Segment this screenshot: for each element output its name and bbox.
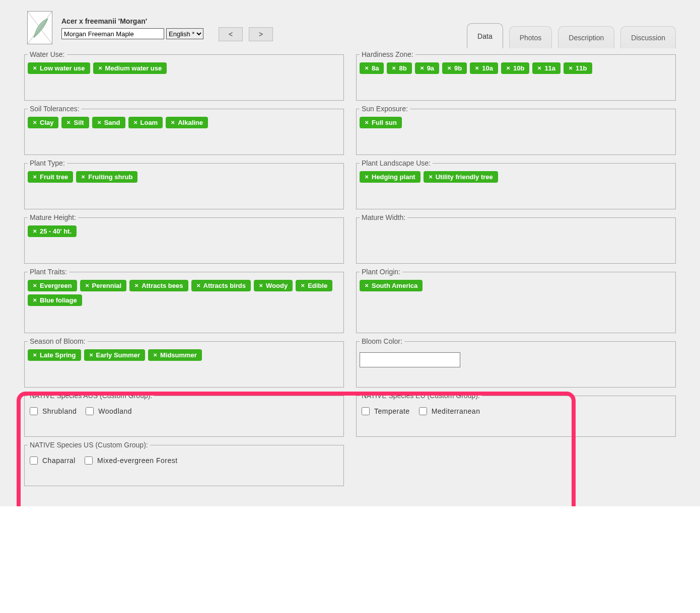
tag-item[interactable]: ✕Blue foliage <box>28 294 82 306</box>
nav-arrows: < > <box>219 27 273 41</box>
group-water-use: Water Use: ✕Low water use✕Medium water u… <box>24 50 344 101</box>
remove-icon[interactable]: ✕ <box>365 120 369 125</box>
group-mature-height: Mature Height: ✕25 - 40' ht. <box>24 213 344 264</box>
remove-icon[interactable]: ✕ <box>33 283 37 288</box>
tag-item[interactable]: ✕Early Summer <box>84 349 145 361</box>
remove-icon[interactable]: ✕ <box>33 352 37 358</box>
tag-item[interactable]: ✕Attracts birds <box>191 280 251 291</box>
checkbox-input[interactable] <box>30 407 38 415</box>
remove-icon[interactable]: ✕ <box>392 65 396 71</box>
tag-item[interactable]: ✕Perennial <box>80 280 127 291</box>
tag-item[interactable]: ✕Medium water use <box>93 62 167 74</box>
common-name-input[interactable] <box>61 28 164 39</box>
checkbox-item[interactable]: Woodland <box>84 406 132 417</box>
tag-label: Loam <box>141 119 158 126</box>
checkbox-item[interactable]: Temperate <box>360 406 410 417</box>
checkbox-label: Shrubland <box>42 407 77 415</box>
remove-icon[interactable]: ✕ <box>33 297 37 303</box>
remove-icon[interactable]: ✕ <box>365 174 369 180</box>
tab-description[interactable]: Description <box>558 26 614 48</box>
checkbox-input[interactable] <box>30 456 38 465</box>
remove-icon[interactable]: ✕ <box>259 283 263 288</box>
tag-item[interactable]: ✕9b <box>442 62 467 74</box>
checkbox-input[interactable] <box>86 407 94 415</box>
tag-item[interactable]: ✕Midsummer <box>148 349 202 361</box>
tag-item[interactable]: ✕Woody <box>254 280 293 291</box>
remove-icon[interactable]: ✕ <box>33 65 37 71</box>
group-plant-origin: Plant Origin: ✕South America <box>356 268 676 333</box>
tag-item[interactable]: ✕Attracts bees <box>129 280 188 291</box>
tag-item[interactable]: ✕Silt <box>61 117 89 128</box>
tag-item[interactable]: ✕11b <box>564 62 592 74</box>
remove-icon[interactable]: ✕ <box>134 283 138 288</box>
tag-item[interactable]: ✕9a <box>415 62 439 74</box>
remove-icon[interactable]: ✕ <box>66 120 71 125</box>
tab-data[interactable]: Data <box>467 23 503 48</box>
tag-label: Evergreen <box>40 282 72 289</box>
remove-icon[interactable]: ✕ <box>97 120 101 125</box>
tag-item[interactable]: ✕8b <box>387 62 411 74</box>
group-season-of-bloom: Season of Bloom: ✕Late Spring✕Early Summ… <box>24 337 344 388</box>
prev-button[interactable]: < <box>219 27 243 41</box>
header-controls: English * <box>61 28 203 39</box>
checkbox-item[interactable]: Shrubland <box>28 406 77 417</box>
tag-item[interactable]: ✕10a <box>470 62 498 74</box>
tag-item[interactable]: ✕Fruit tree <box>28 171 73 183</box>
remove-icon[interactable]: ✕ <box>420 65 424 71</box>
remove-icon[interactable]: ✕ <box>85 283 89 288</box>
remove-icon[interactable]: ✕ <box>196 283 200 288</box>
remove-icon[interactable]: ✕ <box>569 65 573 71</box>
remove-icon[interactable]: ✕ <box>301 283 305 288</box>
tag-label: Midsummer <box>160 351 197 359</box>
tag-item[interactable]: ✕11a <box>532 62 561 74</box>
checkbox-item[interactable]: Mixed-evergreen Forest <box>83 455 178 466</box>
remove-icon[interactable]: ✕ <box>133 120 137 125</box>
checkbox-item[interactable]: Chaparral <box>28 455 76 466</box>
remove-icon[interactable]: ✕ <box>33 174 37 180</box>
tag-item[interactable]: ✕Fruiting shrub <box>76 171 137 183</box>
remove-icon[interactable]: ✕ <box>153 352 157 358</box>
remove-icon[interactable]: ✕ <box>98 65 102 71</box>
tab-photos[interactable]: Photos <box>509 26 552 48</box>
tag-item[interactable]: ✕Low water use <box>28 62 90 74</box>
remove-icon[interactable]: ✕ <box>429 174 433 180</box>
tabs: Data Photos Description Discussion <box>467 23 676 48</box>
checkbox-input[interactable] <box>362 407 370 415</box>
tag-item[interactable]: ✕8a <box>360 62 384 74</box>
tag-item[interactable]: ✕Hedging plant <box>360 171 421 183</box>
tag-label: 10b <box>513 64 524 72</box>
tag-item[interactable]: ✕Loam <box>128 117 163 128</box>
tag-item[interactable]: ✕10b <box>501 62 529 74</box>
tag-item[interactable]: ✕Utility friendly tree <box>424 171 498 183</box>
language-select[interactable]: English * <box>166 28 203 39</box>
tag-label: Alkaline <box>178 119 203 126</box>
tag-item[interactable]: ✕Edible <box>296 280 332 291</box>
remove-icon[interactable]: ✕ <box>506 65 510 71</box>
checkbox-input[interactable] <box>419 407 427 415</box>
tag-item[interactable]: ✕Alkaline <box>166 117 208 128</box>
tag-item[interactable]: ✕25 - 40' ht. <box>28 225 77 237</box>
remove-icon[interactable]: ✕ <box>475 65 479 71</box>
group-mature-width: Mature Width: <box>356 213 676 264</box>
tab-discussion[interactable]: Discussion <box>620 26 676 48</box>
remove-icon[interactable]: ✕ <box>33 228 37 234</box>
checkbox-input[interactable] <box>85 456 93 465</box>
tag-item[interactable]: ✕Clay <box>28 117 58 128</box>
tag-item[interactable]: ✕Late Spring <box>28 349 81 361</box>
checkbox-item[interactable]: Mediterranean <box>417 406 480 417</box>
tag-item[interactable]: ✕Full sun <box>360 117 402 128</box>
tag-item[interactable]: ✕South America <box>360 280 423 291</box>
remove-icon[interactable]: ✕ <box>33 120 37 125</box>
remove-icon[interactable]: ✕ <box>537 65 541 71</box>
remove-icon[interactable]: ✕ <box>81 174 85 180</box>
next-button[interactable]: > <box>249 27 273 41</box>
remove-icon[interactable]: ✕ <box>365 283 369 288</box>
remove-icon[interactable]: ✕ <box>171 120 175 125</box>
tag-item[interactable]: ✕Evergreen <box>28 280 77 291</box>
bloom-color-input[interactable] <box>360 352 460 367</box>
legend-bloom-color: Bloom Color: <box>360 337 404 345</box>
remove-icon[interactable]: ✕ <box>365 65 369 71</box>
remove-icon[interactable]: ✕ <box>89 352 93 358</box>
remove-icon[interactable]: ✕ <box>447 65 451 71</box>
tag-item[interactable]: ✕Sand <box>92 117 125 128</box>
